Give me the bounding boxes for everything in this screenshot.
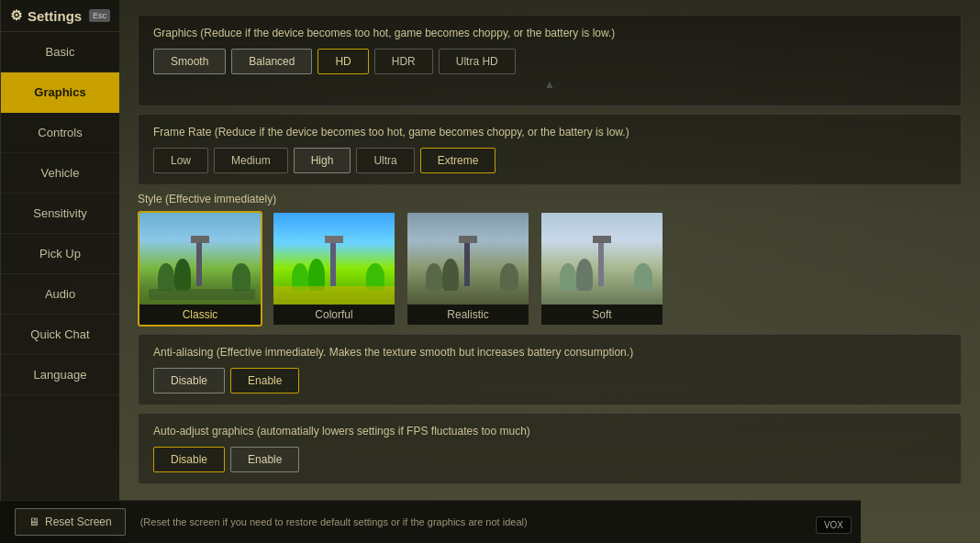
sidebar-item-language[interactable]: Language bbox=[1, 355, 119, 395]
quality-smooth-btn[interactable]: Smooth bbox=[153, 49, 226, 74]
style-soft-img bbox=[541, 213, 664, 305]
style-classic-label: Classic bbox=[139, 305, 261, 325]
style-soft-label: Soft bbox=[541, 305, 663, 325]
sidebar-item-vehicle[interactable]: Vehicle bbox=[1, 153, 119, 194]
style-colorful-thumb[interactable]: Colorful bbox=[272, 211, 396, 327]
framerate-btn-group: Low Medium High Ultra Extreme bbox=[153, 148, 946, 173]
style-realistic-label: Realistic bbox=[407, 305, 529, 325]
framerate-medium-btn[interactable]: Medium bbox=[214, 148, 288, 173]
quality-hdr-btn[interactable]: HDR bbox=[374, 49, 433, 74]
auto-adjust-panel: Auto-adjust graphics (automatially lower… bbox=[138, 413, 962, 484]
style-colorful-label: Colorful bbox=[273, 305, 395, 325]
style-section: Style (Effective immediately) Classic bbox=[138, 193, 962, 327]
reset-screen-button[interactable]: 🖥 Reset Screen bbox=[15, 508, 126, 536]
reset-hint: (Reset the screen if you need to restore… bbox=[140, 516, 528, 527]
divider-arrow: ▲ bbox=[153, 78, 946, 91]
monitor-icon: 🖥 bbox=[28, 515, 39, 528]
settings-title: ⚙ Settings bbox=[10, 7, 82, 24]
sidebar-item-graphics[interactable]: Graphics bbox=[1, 72, 119, 113]
sidebar-header: ⚙ Settings Esc bbox=[1, 0, 119, 32]
framerate-low-btn[interactable]: Low bbox=[153, 148, 208, 173]
style-classic-img bbox=[139, 213, 262, 305]
bottom-bar: 🖥 Reset Screen (Reset the screen if you … bbox=[0, 500, 861, 543]
framerate-high-btn[interactable]: High bbox=[294, 148, 351, 173]
style-grid: Classic Colorful Re bbox=[138, 211, 962, 327]
sidebar-item-basic[interactable]: Basic bbox=[1, 32, 119, 72]
graphics-quality-btn-group: Smooth Balanced HD HDR Ultra HD bbox=[153, 49, 946, 74]
auto-enable-btn[interactable]: Enable bbox=[230, 447, 299, 472]
voice-indicator: VOX bbox=[816, 516, 852, 534]
style-classic-thumb[interactable]: Classic bbox=[138, 211, 262, 327]
framerate-ultra-btn[interactable]: Ultra bbox=[356, 148, 414, 173]
sidebar-item-quickchat[interactable]: Quick Chat bbox=[1, 315, 119, 355]
sidebar: ⚙ Settings Esc Basic Graphics Controls V… bbox=[0, 0, 119, 543]
auto-title: Auto-adjust graphics (automatially lower… bbox=[153, 425, 946, 438]
sidebar-item-pickup[interactable]: Pick Up bbox=[1, 234, 119, 274]
graphics-quality-panel: Graphics (Reduce if the device becomes t… bbox=[138, 15, 962, 106]
auto-disable-btn[interactable]: Disable bbox=[153, 447, 225, 472]
framerate-extreme-btn[interactable]: Extreme bbox=[420, 148, 496, 173]
sidebar-item-controls[interactable]: Controls bbox=[1, 113, 119, 153]
graphics-quality-title: Graphics (Reduce if the device becomes t… bbox=[153, 27, 946, 39]
voice-label: VOX bbox=[824, 520, 843, 530]
style-realistic-thumb[interactable]: Realistic bbox=[406, 211, 530, 327]
quality-ultrahd-btn[interactable]: Ultra HD bbox=[439, 49, 516, 74]
framerate-panel: Frame Rate (Reduce if the device becomes… bbox=[138, 114, 962, 185]
aa-enable-btn[interactable]: Enable bbox=[230, 368, 299, 393]
quality-balanced-btn[interactable]: Balanced bbox=[231, 49, 312, 74]
style-colorful-img bbox=[273, 213, 396, 305]
sidebar-item-audio[interactable]: Audio bbox=[1, 274, 119, 315]
style-realistic-img bbox=[407, 213, 530, 305]
aa-title: Anti-aliasing (Effective immediately. Ma… bbox=[153, 346, 946, 359]
sidebar-item-sensitivity[interactable]: Sensitivity bbox=[1, 194, 119, 234]
gear-icon: ⚙ bbox=[10, 7, 22, 24]
framerate-title: Frame Rate (Reduce if the device becomes… bbox=[153, 126, 946, 139]
style-title: Style (Effective immediately) bbox=[138, 193, 962, 205]
reset-screen-label: Reset Screen bbox=[45, 515, 112, 528]
esc-badge[interactable]: Esc bbox=[89, 9, 110, 22]
aa-btn-group: Disable Enable bbox=[153, 368, 946, 393]
quality-hd-btn[interactable]: HD bbox=[317, 49, 368, 74]
style-soft-thumb[interactable]: Soft bbox=[540, 211, 664, 327]
main-content: Graphics (Reduce if the device becomes t… bbox=[119, 0, 980, 543]
antialiasing-panel: Anti-aliasing (Effective immediately. Ma… bbox=[138, 334, 962, 405]
auto-btn-group: Disable Enable bbox=[153, 447, 946, 472]
aa-disable-btn[interactable]: Disable bbox=[153, 368, 225, 393]
